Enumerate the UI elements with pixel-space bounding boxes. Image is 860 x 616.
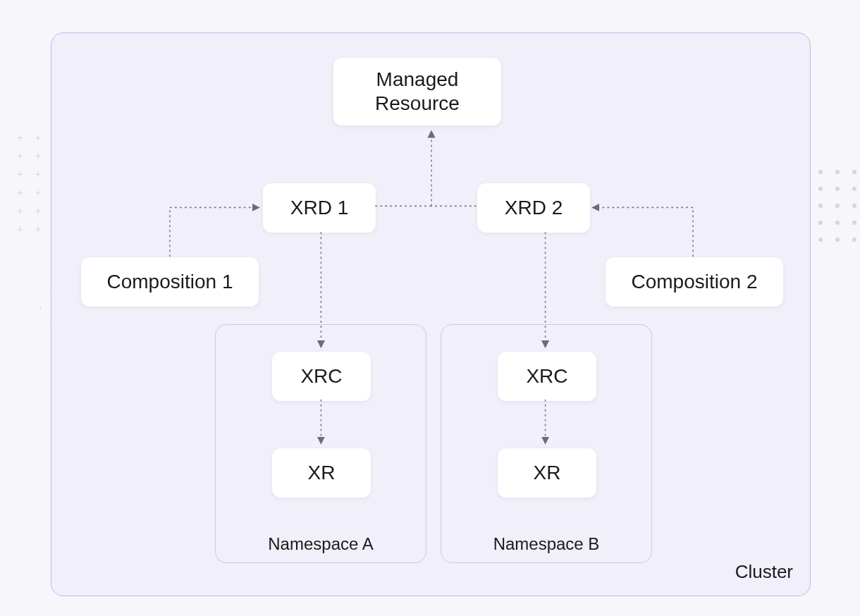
node-xrd-2: XRD 2: [477, 183, 590, 233]
namespace-a-label: Namespace A: [216, 534, 426, 554]
namespace-b-label: Namespace B: [441, 534, 651, 554]
cluster-label: Cluster: [735, 561, 793, 583]
node-composition-2: Composition 2: [606, 257, 783, 307]
node-xr-a: XR: [272, 448, 371, 498]
node-composition-1: Composition 1: [81, 257, 259, 307]
node-xrc-a: XRC: [272, 352, 371, 401]
namespace-b-frame: XRC XR Namespace B: [441, 324, 652, 563]
node-xrd-1: XRD 1: [263, 183, 376, 233]
cluster-frame: Cluster Managed Resource XRD 1 XRD 2 Com…: [51, 32, 811, 596]
namespace-a-frame: XRC XR Namespace A: [215, 324, 426, 563]
node-managed-resource: Managed Resource: [333, 58, 501, 125]
node-xrc-b: XRC: [498, 352, 596, 401]
node-xr-b: XR: [498, 448, 596, 498]
